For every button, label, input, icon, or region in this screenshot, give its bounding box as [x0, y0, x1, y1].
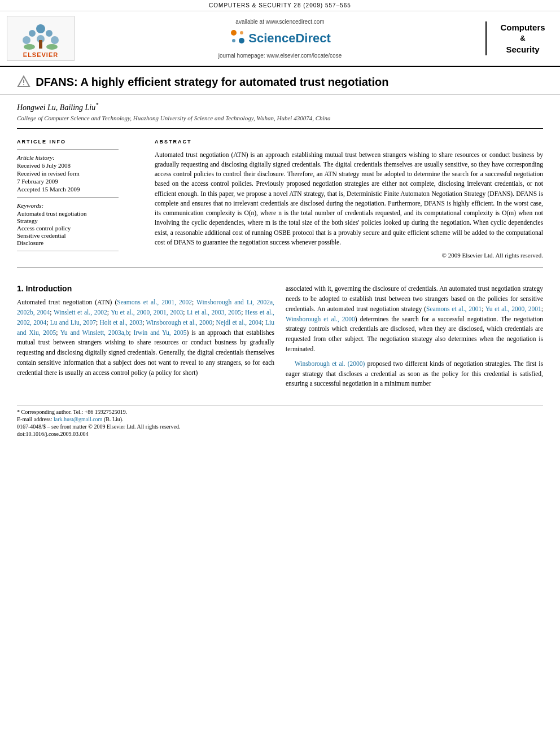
- main-divider: [17, 268, 543, 268]
- affiliation: College of Computer Science and Technolo…: [17, 115, 543, 121]
- accepted-date: Accepted 15 March 2009: [17, 186, 141, 193]
- main-content: 1. Introduction Automated trust negotiat…: [0, 273, 560, 405]
- journal-name: Computers & Security: [485, 21, 553, 55]
- svg-point-8: [46, 44, 58, 50]
- authors: Hongwei Lu, Bailing Liu*: [17, 102, 543, 112]
- elsevier-label: ELSEVIER: [23, 51, 58, 58]
- article-info-col: ARTICLE INFO Article history: Received 6…: [17, 133, 141, 259]
- footnote-email: E-mail address: lark.hust@gmail.com (B. …: [17, 416, 543, 422]
- header-center: available at www.sciencedirect.com Scien…: [75, 19, 485, 59]
- info-divider-bottom: [17, 251, 119, 251]
- article-title-section: DFANS: A highly efficient strategy for a…: [0, 67, 560, 95]
- article-title: DFANS: A highly efficient strategy for a…: [36, 76, 388, 88]
- elsevier-logo: ELSEVIER: [7, 16, 75, 61]
- ref-winslett-2002[interactable]: Winslett et al., 2002: [54, 309, 107, 316]
- copyright: © 2009 Elsevier Ltd. All rights reserved…: [155, 252, 543, 259]
- keywords-label: Keywords:: [17, 202, 141, 209]
- article-info-label: ARTICLE INFO: [17, 139, 141, 145]
- journal-ref: COMPUTERS & SECURITY 28 (2009) 557–565: [0, 0, 560, 11]
- keywords-list: Automated trust negotiation Strategy Acc…: [17, 210, 141, 246]
- ref-nejdl-2004[interactable]: Nejdl et al., 2004: [216, 319, 262, 326]
- authors-section: Hongwei Lu, Bailing Liu* College of Comp…: [0, 95, 560, 124]
- intro-paragraph-right-1: associated with it, governing the disclo…: [286, 284, 543, 389]
- ref-winsborough-2000[interactable]: Winsborough et al., 2000: [146, 319, 212, 326]
- intro-paragraph-left: Automated trust negotiation (ATN) (Seamo…: [17, 298, 274, 378]
- keyword-3: Access control policy: [17, 225, 141, 231]
- available-text: available at www.sciencedirect.com: [235, 19, 324, 25]
- footnote-star: * Corresponding author. Tel.: +86 159275…: [17, 409, 543, 415]
- keyword-4: Sensitive credential: [17, 232, 141, 239]
- svg-point-11: [232, 39, 235, 42]
- journal-header: COMPUTERS & SECURITY 28 (2009) 557–565 E…: [0, 0, 560, 67]
- ref-li-2003[interactable]: Li et al., 2003, 2005: [187, 309, 241, 316]
- ref-winsborough-2000-r[interactable]: Winsborough et al., 2000: [286, 316, 355, 322]
- abstract-label: ABSTRACT: [155, 139, 543, 145]
- ref-lu-liu-2007[interactable]: Lu and Liu, 2007: [50, 319, 96, 326]
- svg-point-1: [29, 30, 36, 37]
- sciencedirect-logo: ScienceDirect: [229, 28, 331, 49]
- svg-point-7: [24, 44, 35, 50]
- article-info-abstract: ARTICLE INFO Article history: Received 6…: [0, 133, 560, 259]
- svg-point-2: [46, 30, 53, 37]
- history-label: Article history:: [17, 154, 141, 161]
- revised-label: Received in revised form: [17, 170, 141, 177]
- ref-yu-winslett-2003[interactable]: Yu and Winslett, 2003a,b: [60, 329, 129, 336]
- svg-point-5: [51, 36, 59, 44]
- elsevier-tree-icon: [18, 23, 63, 51]
- journal-homepage: journal homepage: www.elsevier.com/locat…: [218, 53, 342, 59]
- abstract-text: Automated trust negotiation (ATN) is an …: [155, 150, 543, 248]
- ref-seamons-2001[interactable]: Seamons et al., 2001, 2002: [117, 299, 192, 305]
- revised-date: 7 February 2009: [17, 178, 141, 185]
- svg-point-9: [231, 30, 237, 36]
- svg-point-3: [23, 36, 30, 44]
- keyword-5: Disclosure: [17, 239, 141, 246]
- divider: [17, 128, 543, 129]
- intro-title: 1. Introduction: [17, 284, 274, 293]
- article-type-icon: [17, 77, 36, 85]
- svg-point-15: [23, 84, 24, 85]
- svg-rect-6: [39, 40, 42, 49]
- ref-yu-2000-r[interactable]: Yu et al., 2000, 2001: [485, 305, 541, 312]
- info-divider-mid: [17, 197, 119, 198]
- content-right: associated with it, governing the disclo…: [286, 284, 543, 394]
- info-divider-top: [17, 149, 119, 150]
- ref-yu-2000[interactable]: Yu et al., 2000, 2001, 2003: [111, 309, 183, 316]
- content-left: 1. Introduction Automated trust negotiat…: [17, 284, 274, 394]
- ref-holt-2003[interactable]: Holt et al., 2003: [99, 319, 142, 326]
- keyword-1: Automated trust negotiation: [17, 210, 141, 217]
- keyword-2: Strategy: [17, 217, 141, 224]
- svg-point-0: [36, 24, 45, 33]
- ref-winsborough-2000-r2[interactable]: Winsborough et al. (2000): [295, 360, 365, 367]
- footnote-doi: doi:10.1016/j.cose.2009.03.004: [17, 431, 543, 437]
- ref-irwin-yu-2005[interactable]: Irwin and Yu, 2005: [133, 329, 186, 336]
- header-middle: ELSEVIER available at www.sciencedirect.…: [0, 11, 560, 66]
- footnote-rights: 0167-4048/$ – see front matter © 2009 El…: [17, 423, 543, 430]
- footnote-email-link[interactable]: lark.hust@gmail.com: [54, 416, 102, 422]
- svg-point-12: [239, 38, 244, 43]
- svg-point-10: [240, 31, 243, 34]
- received-date: Received 6 July 2008: [17, 162, 141, 169]
- sd-text: ScienceDirect: [248, 31, 331, 46]
- footnote: * Corresponding author. Tel.: +86 159275…: [17, 405, 543, 437]
- sd-icon: [229, 28, 246, 49]
- abstract-col: ABSTRACT Automated trust negotiation (AT…: [155, 133, 543, 259]
- ref-seamons-2001-r[interactable]: Seamons et al., 2001: [426, 305, 482, 312]
